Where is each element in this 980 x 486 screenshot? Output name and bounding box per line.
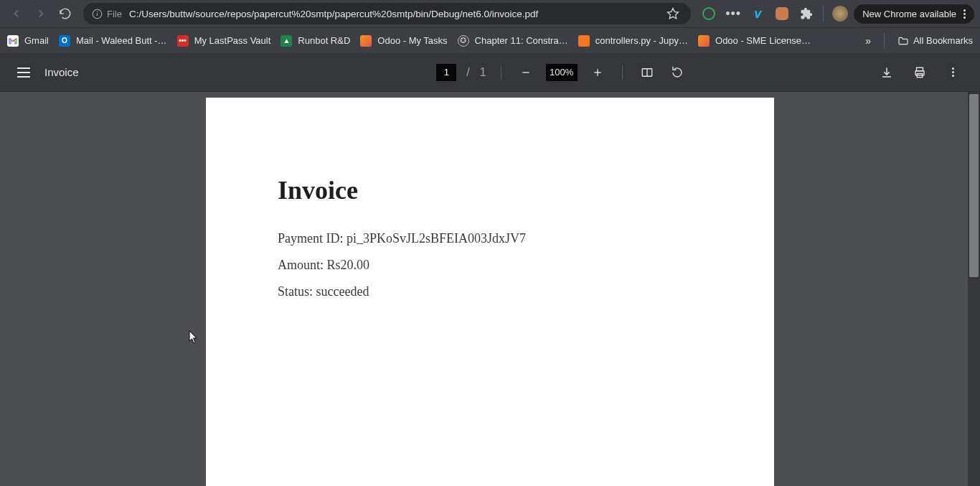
grammarly-icon[interactable]: [698, 3, 720, 24]
payment-id-label: Payment ID:: [278, 231, 344, 246]
bookmarks-bar: Gmail O Mail - Waleed Butt -… ••• My Las…: [0, 27, 980, 53]
pdf-toolbar: Invoice / 1 100%: [0, 53, 980, 92]
lastpass-icon: •••: [177, 35, 189, 47]
bookmarks-overflow-icon[interactable]: »: [865, 35, 871, 47]
zoom-in-button[interactable]: [588, 62, 608, 83]
profile-avatar[interactable]: [829, 3, 851, 24]
pdf-page: Invoice Payment ID: pi_3PKoSvJL2sBFEIA00…: [206, 98, 774, 486]
back-button[interactable]: [6, 3, 27, 24]
extensions-icon[interactable]: [796, 3, 817, 24]
bookmark-label: controllers.py - Jupy…: [595, 35, 688, 46]
bookmark-label: Odoo - SME License…: [715, 35, 811, 46]
toolbar-separator: [622, 65, 623, 80]
bookmarks-divider: [884, 33, 885, 49]
download-button[interactable]: [877, 62, 897, 83]
payment-id-line: Payment ID: pi_3PKoSvJL2sBFEIA003JdxJV7: [278, 231, 702, 246]
vimeo-icon[interactable]: v: [747, 3, 768, 24]
fit-page-button[interactable]: [637, 62, 657, 83]
address-bar[interactable]: File C:/Users/buttw/source/repos/papercu…: [83, 3, 691, 24]
folder-icon: [897, 35, 909, 47]
bookmark-outlook[interactable]: O Mail - Waleed Butt -…: [59, 35, 167, 47]
scrollbar-thumb[interactable]: [969, 94, 979, 277]
page-total: 1: [480, 66, 486, 79]
new-chrome-button[interactable]: New Chrome available: [854, 4, 974, 24]
menu-icon[interactable]: [17, 67, 30, 78]
bookmark-label: Mail - Waleed Butt -…: [76, 35, 167, 46]
pdf-title: Invoice: [44, 66, 79, 78]
extension-menu-icon[interactable]: •••: [722, 3, 744, 24]
status-line: Status: succeeded: [278, 284, 702, 299]
invoice-heading: Invoice: [278, 175, 702, 205]
bookmark-jupyter[interactable]: controllers.py - Jupy…: [578, 35, 688, 47]
bookmark-label: Runbot R&D: [298, 35, 350, 46]
pig-ext-icon[interactable]: [771, 3, 793, 24]
bookmark-gmail[interactable]: Gmail: [7, 35, 49, 47]
all-bookmarks-label: All Bookmarks: [913, 35, 973, 46]
scheme-label: File: [107, 9, 122, 19]
status-label: Status:: [278, 284, 313, 299]
zoom-out-button[interactable]: [516, 62, 536, 83]
bookmark-star-icon[interactable]: [664, 4, 682, 23]
all-bookmarks-button[interactable]: All Bookmarks: [897, 35, 973, 47]
toolbar-separator: [501, 65, 501, 80]
status-value: succeeded: [316, 284, 369, 299]
file-scheme-badge: File: [92, 9, 122, 19]
amount-line: Amount: Rs20.00: [278, 258, 702, 273]
bookmark-chapter[interactable]: ✪ Chapter 11: Constra…: [458, 35, 568, 47]
vertical-scrollbar[interactable]: [968, 92, 980, 486]
print-button[interactable]: [910, 62, 930, 83]
bookmark-label: My LastPass Vault: [194, 35, 271, 46]
amount-value: Rs20.00: [327, 258, 370, 272]
amount-label: Amount:: [278, 258, 324, 272]
runbot-icon: ▲: [281, 35, 292, 47]
odoo-icon: [360, 35, 372, 47]
bookmark-label: Odoo - My Tasks: [377, 35, 447, 46]
reload-button[interactable]: [55, 3, 76, 24]
bookmark-odoo-sme[interactable]: Odoo - SME License…: [698, 35, 811, 47]
bookmark-label: Gmail: [24, 35, 49, 46]
svg-point-2: [97, 11, 98, 11]
forward-button[interactable]: [30, 3, 52, 24]
payment-id-value: pi_3PKoSvJL2sBFEIA003JdxJV7: [347, 231, 526, 246]
page-number-input[interactable]: [436, 64, 456, 81]
new-chrome-label: New Chrome available: [862, 9, 956, 19]
bookmark-runbot[interactable]: ▲ Runbot R&D: [281, 35, 350, 47]
gmail-icon: [7, 35, 19, 47]
more-actions-button[interactable]: [943, 62, 963, 83]
bookmark-odoo-tasks[interactable]: Odoo - My Tasks: [360, 35, 447, 47]
browser-nav-bar: File C:/Users/buttw/source/repos/papercu…: [0, 0, 980, 27]
pdf-viewer: Invoice Payment ID: pi_3PKoSvJL2sBFEIA00…: [0, 92, 980, 486]
odoo-icon: [698, 35, 710, 47]
chrome-menu-icon[interactable]: [963, 9, 966, 19]
page-separator: /: [466, 66, 469, 79]
svg-rect-10: [917, 67, 923, 71]
bookmark-label: Chapter 11: Constra…: [475, 35, 568, 46]
rotate-button[interactable]: [667, 62, 687, 83]
bookmark-lastpass[interactable]: ••• My LastPass Vault: [177, 35, 271, 47]
globe-icon: ✪: [458, 35, 469, 47]
toolbar-divider: [823, 6, 824, 22]
outlook-icon: O: [59, 35, 70, 47]
zoom-value[interactable]: 100%: [546, 64, 578, 81]
svg-marker-3: [668, 9, 679, 19]
jupyter-icon: [578, 35, 590, 47]
url-text: C:/Users/buttw/source/repos/papercut%20s…: [129, 9, 656, 19]
info-icon: [92, 9, 103, 19]
